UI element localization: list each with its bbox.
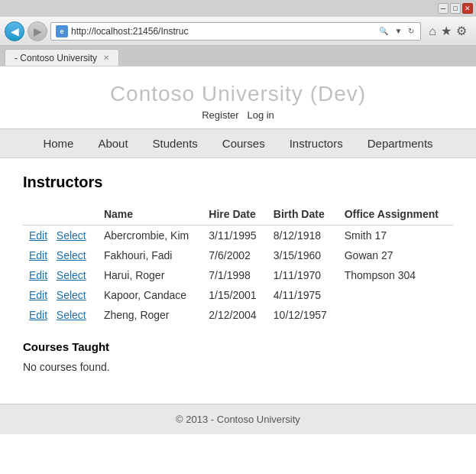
instructors-table: Name Hire Date Birth Date Office Assignm…	[23, 203, 453, 325]
birth-date: 8/12/1918	[267, 226, 338, 246]
down-arrow-icon[interactable]: ▼	[393, 27, 403, 35]
navigation-bar: ◀ ▶ e 🔍 ▼ ↻ ⌂ ★ ⚙	[0, 17, 476, 46]
main-content: Instructors Name Hire Date Birth Date Of…	[0, 158, 476, 388]
col-name: Name	[98, 203, 202, 226]
page-title: Instructors	[23, 174, 453, 191]
courses-taught-heading: Courses Taught	[23, 340, 453, 353]
nav-students[interactable]: Students	[141, 129, 210, 157]
col-actions	[23, 203, 98, 226]
select-link[interactable]: Select	[57, 309, 86, 321]
nav-courses[interactable]: Courses	[210, 129, 277, 157]
toolbar-buttons: ⌂ ★ ⚙	[424, 24, 471, 38]
register-link[interactable]: Register	[202, 109, 238, 121]
search-icon[interactable]: 🔍	[377, 27, 390, 35]
forward-button[interactable]: ▶	[28, 21, 47, 41]
office-assignment: Thompson 304	[338, 265, 453, 285]
site-title: Contoso University (Dev)	[0, 82, 476, 106]
address-icon: e	[56, 25, 68, 37]
home-button[interactable]: ⌂	[429, 24, 436, 38]
login-link[interactable]: Log in	[247, 109, 274, 121]
page-content: Contoso University (Dev) Register Log in…	[0, 67, 476, 464]
birth-date: 10/12/1957	[267, 305, 338, 325]
nav-about[interactable]: About	[86, 129, 140, 157]
table-row: Edit Select Harui, Roger 7/1/1998 1/11/1…	[23, 265, 453, 285]
edit-link[interactable]: Edit	[29, 229, 47, 242]
maximize-button[interactable]: □	[450, 3, 461, 14]
select-link[interactable]: Select	[57, 289, 86, 301]
browser-tab[interactable]: - Contoso University ✕	[5, 49, 119, 66]
close-button[interactable]: ✕	[462, 3, 473, 14]
minimize-button[interactable]: ─	[438, 3, 448, 14]
edit-link[interactable]: Edit	[29, 269, 47, 281]
nav-departments[interactable]: Departments	[355, 129, 445, 157]
site-navigation: Home About Students Courses Instructors …	[0, 128, 476, 158]
settings-button[interactable]: ⚙	[456, 24, 467, 38]
office-assignment: Gowan 27	[338, 245, 453, 265]
table-row: Edit Select Zheng, Roger 2/12/2004 10/12…	[23, 305, 453, 325]
back-button[interactable]: ◀	[5, 21, 24, 41]
select-link[interactable]: Select	[57, 249, 86, 261]
hire-date: 2/12/2004	[202, 305, 267, 325]
row-actions: Edit Select	[23, 265, 98, 285]
footer-text: © 2013 - Contoso University	[176, 414, 300, 425]
instructor-name: Abercrombie, Kim	[98, 226, 202, 246]
url-input[interactable]	[71, 26, 374, 37]
favorites-button[interactable]: ★	[441, 24, 452, 38]
tab-title: - Contoso University	[15, 53, 97, 63]
select-link[interactable]: Select	[57, 229, 86, 242]
instructor-name: Fakhouri, Fadi	[98, 245, 202, 265]
col-office: Office Assignment	[338, 203, 453, 226]
title-bar: ─ □ ✕	[0, 0, 476, 17]
birth-date: 3/15/1960	[267, 245, 338, 265]
site-header: Contoso University (Dev) Register Log in	[0, 67, 476, 128]
site-auth: Register Log in	[0, 109, 476, 121]
row-actions: Edit Select	[23, 305, 98, 325]
select-link[interactable]: Select	[57, 269, 86, 281]
hire-date: 7/6/2002	[202, 245, 267, 265]
tab-close-button[interactable]: ✕	[103, 54, 109, 62]
row-actions: Edit Select	[23, 226, 98, 246]
refresh-icon[interactable]: ↻	[406, 27, 416, 35]
hire-date: 3/11/1995	[202, 226, 267, 246]
nav-home[interactable]: Home	[31, 129, 86, 157]
instructor-name: Harui, Roger	[98, 265, 202, 285]
edit-link[interactable]: Edit	[29, 309, 47, 321]
col-hire-date: Hire Date	[202, 203, 267, 226]
col-birth-date: Birth Date	[267, 203, 338, 226]
table-row: Edit Select Kapoor, Candace 1/15/2001 4/…	[23, 285, 453, 305]
tab-bar: - Contoso University ✕	[0, 46, 476, 66]
birth-date: 1/11/1970	[267, 265, 338, 285]
row-actions: Edit Select	[23, 285, 98, 305]
instructor-name: Kapoor, Candace	[98, 285, 202, 305]
edit-link[interactable]: Edit	[29, 249, 47, 261]
hire-date: 1/15/2001	[202, 285, 267, 305]
site-footer: © 2013 - Contoso University	[0, 404, 476, 434]
edit-link[interactable]: Edit	[29, 289, 47, 301]
table-row: Edit Select Abercrombie, Kim 3/11/1995 8…	[23, 226, 453, 246]
nav-instructors[interactable]: Instructors	[277, 129, 355, 157]
office-assignment	[338, 305, 453, 325]
birth-date: 4/11/1975	[267, 285, 338, 305]
instructor-name: Zheng, Roger	[98, 305, 202, 325]
office-assignment: Smith 17	[338, 226, 453, 246]
no-courses-message: No courses found.	[23, 361, 453, 373]
address-bar[interactable]: e 🔍 ▼ ↻	[50, 22, 421, 41]
row-actions: Edit Select	[23, 245, 98, 265]
hire-date: 7/1/1998	[202, 265, 267, 285]
office-assignment	[338, 285, 453, 305]
table-row: Edit Select Fakhouri, Fadi 7/6/2002 3/15…	[23, 245, 453, 265]
